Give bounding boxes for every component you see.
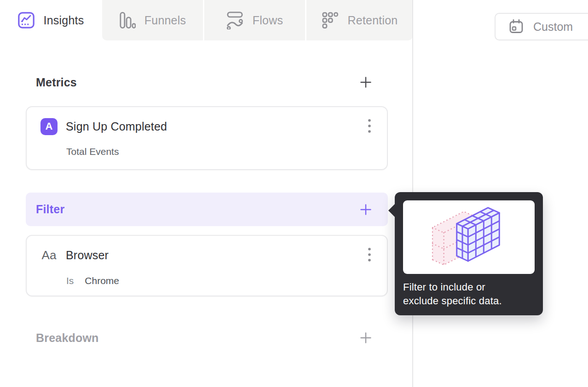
filter-value[interactable]: Chrome [85,275,119,286]
filter-property-name: Browser [66,249,109,262]
calendar-icon [508,19,524,34]
cube-grid-illustration [403,200,535,274]
tab-insights[interactable]: Insights [0,0,101,40]
string-property-icon: Aa [40,248,58,262]
retention-grid-icon [322,11,339,29]
tab-funnels[interactable]: Funnels [102,0,203,40]
plus-icon [360,76,372,88]
tab-insights-label: Insights [44,14,84,27]
kebab-menu-icon [368,246,371,263]
filter-card[interactable]: Aa Browser Is Chrome [26,235,388,296]
metric-aggregation[interactable]: Total Events [66,146,119,157]
tab-flows-label: Flows [253,14,283,27]
tooltip-text-line1: Filter to include or [403,280,535,294]
filter-operator[interactable]: Is [66,275,74,286]
filter-kebab-menu-button[interactable] [366,245,373,265]
metrics-section-title: Metrics [36,76,77,89]
insights-chart-icon [17,11,35,29]
insights-query-builder: Insights Funnels Flows [0,0,588,387]
breakdown-section-header: Breakdown [26,330,388,346]
breakdown-section-title: Breakdown [36,331,99,345]
tab-retention-label: Retention [348,14,398,27]
tooltip-text-line2: exclude specific data. [403,294,535,308]
add-filter-button[interactable] [360,204,372,216]
tab-funnels-label: Funnels [144,14,186,27]
metric-event-name: Sign Up Completed [66,120,167,133]
filter-section-header[interactable]: Filter [26,193,388,226]
funnels-bars-icon [119,11,136,29]
kebab-menu-icon [368,118,371,134]
filter-section-title: Filter [36,203,64,216]
metrics-section-header: Metrics [26,74,388,90]
plus-icon [360,204,372,216]
metric-kebab-menu-button[interactable] [366,117,373,137]
plus-icon [360,332,372,344]
tab-flows[interactable]: Flows [204,0,305,40]
date-range-custom-button[interactable]: Custom [495,13,588,40]
flows-wave-icon [226,11,244,29]
metric-card[interactable]: A Sign Up Completed Total Events [26,106,388,170]
add-breakdown-button[interactable] [360,332,372,344]
metric-series-badge: A [40,118,58,135]
date-range-label: Custom [533,20,573,34]
tooltip-illustration [403,200,535,274]
report-tabs: Insights Funnels Flows [0,0,413,40]
add-metric-button[interactable] [360,76,372,88]
tab-retention[interactable]: Retention [306,0,413,40]
filter-help-tooltip: Filter to include or exclude specific da… [395,192,543,315]
tooltip-arrow [388,204,395,217]
tooltip-text: Filter to include or exclude specific da… [403,280,535,308]
